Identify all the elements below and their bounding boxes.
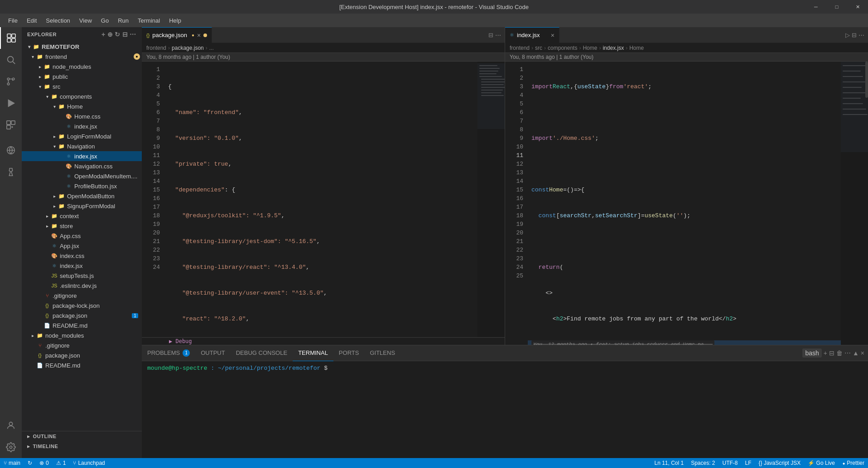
menu-help[interactable]: Help (165, 15, 185, 26)
breadcrumb-ellipsis[interactable]: ... (209, 45, 214, 51)
tree-item-index-css[interactable]: 🎨 index.css (22, 251, 142, 261)
output-tab[interactable]: OUTPUT (195, 345, 230, 361)
tree-item-package-json-root[interactable]: {} package.json (22, 350, 142, 360)
tree-item-home-css[interactable]: 🎨 Home.css (22, 111, 142, 121)
tree-item-remotefor[interactable]: ▾ 📁 REMOTEFOR (22, 42, 142, 52)
trash-icon[interactable]: 🗑 (836, 349, 843, 357)
menu-terminal[interactable]: Terminal (134, 15, 164, 26)
tab-close-button-right[interactable]: × (551, 32, 555, 39)
breadcrumb-frontend[interactable]: frontend (146, 45, 166, 51)
tab-package-json[interactable]: {} package.json ● × (142, 27, 212, 43)
tree-item-gitignore-root[interactable]: ⑂ .gitignore (22, 340, 142, 350)
more-actions-icon[interactable]: ⋯ (858, 32, 864, 38)
new-file-icon[interactable]: + (101, 31, 106, 38)
source-control-activity-icon[interactable] (0, 71, 22, 92)
run-icon[interactable]: ▷ (845, 32, 850, 38)
menu-selection[interactable]: Selection (42, 15, 73, 26)
status-launchpad[interactable]: ⑂ Launchpad (69, 458, 108, 468)
tree-item-home-index-jsx[interactable]: ⚛ index.jsx (22, 121, 142, 131)
terminal-content[interactable]: mounde@hp-spectre : ~/personal/projects/… (142, 361, 868, 458)
tree-item-app-jsx[interactable]: ⚛ App.jsx (22, 241, 142, 251)
timeline-section[interactable]: ▸ TIMELINE (22, 441, 142, 451)
menu-file[interactable]: File (5, 15, 21, 26)
breadcrumb-components-r[interactable]: components (548, 45, 577, 51)
status-line-ending[interactable]: LF (742, 458, 755, 468)
maximize-panel-icon[interactable]: ▲ (853, 349, 859, 357)
testing-activity-icon[interactable] (0, 161, 22, 183)
refresh-icon[interactable]: ↻ (115, 31, 121, 38)
close-panel-icon[interactable]: × (861, 349, 864, 357)
tab-close-button[interactable]: × (197, 32, 201, 39)
tree-item-components[interactable]: ▾ 📁 components (22, 91, 142, 101)
status-go-live[interactable]: ⚡ Go Live (804, 458, 839, 468)
tree-item-context[interactable]: ▸ 📁 context (22, 211, 142, 221)
status-git-branch[interactable]: ⑂ main (0, 458, 24, 468)
extensions-activity-icon[interactable] (0, 114, 22, 136)
outline-section[interactable]: ▸ OUTLINE (22, 431, 142, 441)
status-warnings[interactable]: ⚠ 1 (53, 458, 70, 468)
tree-item-gitignore-fe[interactable]: ⑂ .gitignore (22, 291, 142, 301)
tree-item-readme-root[interactable]: 📄 README.md (22, 360, 142, 370)
breadcrumb-src-r[interactable]: src (535, 45, 542, 51)
breadcrumb-frontend-r[interactable]: frontend (510, 45, 530, 51)
tree-item-package-json-fe[interactable]: {} package.json 1 (22, 310, 142, 320)
search-activity-icon[interactable] (0, 49, 22, 71)
run-debug-activity-icon[interactable] (0, 92, 22, 114)
tab-index-jsx[interactable]: ⚛ index.jsx × (505, 27, 559, 43)
split-terminal-icon[interactable]: ⊟ (829, 349, 834, 357)
status-prettier[interactable]: ⬥ Prettier (839, 458, 868, 468)
tree-item-app-css[interactable]: 🎨 App.css (22, 231, 142, 241)
status-ln-col[interactable]: Ln 11, Col 1 (651, 458, 687, 468)
breadcrumb-home-func[interactable]: Home (629, 45, 644, 51)
tree-item-home[interactable]: ▾ 📁 Home (22, 101, 142, 111)
breadcrumb-home-r[interactable]: Home (583, 45, 597, 51)
explorer-activity-icon[interactable] (0, 27, 22, 49)
tree-item-signup-form-modal[interactable]: ▸ 📁 SignupFormModal (22, 201, 142, 211)
status-encoding[interactable]: UTF-8 (719, 458, 742, 468)
tree-item-src[interactable]: ▾ 📁 src (22, 81, 142, 91)
tree-item-frontend[interactable]: ▾ 📁 frontend ● (22, 52, 142, 62)
left-code-content[interactable]: { "name": "frontend", "version": "0.1.0"… (164, 62, 477, 337)
tree-item-store[interactable]: ▸ 📁 store (22, 221, 142, 231)
terminal-tab[interactable]: TERMINAL (293, 345, 333, 361)
status-errors[interactable]: ⊗ 0 (36, 458, 53, 468)
menu-run[interactable]: Run (114, 15, 132, 26)
tree-item-public[interactable]: ▸ 📁 public (22, 72, 142, 81)
tree-item-open-modal-menu-item[interactable]: ⚛ OpenModalMenuItem.... (22, 171, 142, 181)
problems-tab[interactable]: PROBLEMS 1 (142, 345, 195, 361)
tree-item-package-lock[interactable]: {} package-lock.json (22, 301, 142, 310)
accounts-activity-icon[interactable] (0, 415, 22, 436)
menu-view[interactable]: View (76, 15, 96, 26)
more-actions-icon[interactable]: ⋯ (844, 349, 851, 357)
settings-activity-icon[interactable] (0, 436, 22, 458)
tree-item-navigation[interactable]: ▾ 📁 Navigation (22, 141, 142, 151)
close-button[interactable]: ✕ (847, 0, 868, 14)
tree-item-eslintrc[interactable]: JS .eslintrc.dev.js (22, 281, 142, 291)
more-actions-icon[interactable]: ⋯ (495, 32, 501, 38)
tree-item-login-form-modal[interactable]: ▸ 📁 LoginFormModal (22, 131, 142, 141)
status-language[interactable]: {} JavaScript JSX (755, 458, 805, 468)
collapse-all-icon[interactable]: ⊟ (122, 31, 128, 38)
split-editor-icon[interactable]: ⊟ (852, 32, 857, 38)
tree-item-nav-index-jsx[interactable]: ⚛ index.jsx (22, 151, 142, 161)
split-editor-icon[interactable]: ⊟ (488, 32, 493, 38)
gitlens-tab[interactable]: GITLENS (364, 345, 400, 361)
ports-tab[interactable]: PORTS (333, 345, 365, 361)
tree-item-index-jsx-src[interactable]: ⚛ index.jsx (22, 261, 142, 271)
more-actions-icon[interactable]: ⋯ (130, 31, 136, 38)
right-code-content[interactable]: import React, { useState } from 'react';… (528, 62, 841, 345)
new-folder-icon[interactable]: ⊕ (107, 31, 113, 38)
maximize-button[interactable]: □ (826, 0, 847, 14)
plus-icon[interactable]: + (824, 349, 827, 357)
menu-go[interactable]: Go (97, 15, 112, 26)
remote-activity-icon[interactable] (0, 139, 22, 161)
minimize-button[interactable]: ─ (805, 0, 826, 14)
breadcrumb-package-json[interactable]: package.json (172, 45, 204, 51)
tree-item-open-modal-button[interactable]: ▸ 📁 OpenModalButton (22, 191, 142, 201)
menu-edit[interactable]: Edit (23, 15, 40, 26)
tree-item-profile-button[interactable]: ⚛ ProfileButton.jsx (22, 181, 142, 191)
status-sync[interactable]: ↻ (24, 458, 36, 468)
breadcrumb-index-jsx-r[interactable]: index.jsx (603, 45, 624, 51)
tree-item-setup-tests[interactable]: JS setupTests.js (22, 271, 142, 281)
tree-item-node-modules1[interactable]: ▸ 📁 node_modules (22, 62, 142, 72)
